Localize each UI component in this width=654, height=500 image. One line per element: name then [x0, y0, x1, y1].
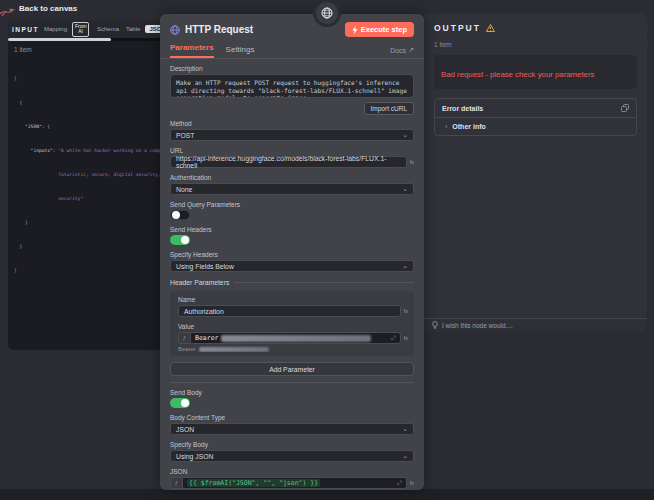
input-json-view: 1 item [ { "JSON": { "inputs": "A white …: [8, 41, 160, 296]
url-input[interactable]: https://api-inference.huggingface.co/mod…: [170, 156, 407, 168]
header-name-input[interactable]: Authorization: [178, 305, 401, 317]
authentication-select[interactable]: None ⌄: [170, 183, 414, 195]
input-json-code[interactable]: [ { "JSON": { "inputs": "A white hat hac…: [14, 59, 154, 291]
authentication-field: Authentication None ⌄: [170, 174, 414, 195]
send-headers-label: Send Headers: [170, 226, 414, 233]
execute-step-button[interactable]: Execute step: [345, 22, 414, 37]
tab-from-ai[interactable]: From AI: [72, 22, 89, 37]
chevron-down-icon: ⌄: [402, 186, 408, 192]
code-line: security": [14, 195, 154, 203]
tab-mapping[interactable]: Mapping: [42, 25, 69, 33]
specify-headers-field: Specify Headers Using Fields Below ⌄: [170, 251, 414, 272]
redacted-token-preview: [199, 347, 269, 352]
code-line: ]: [14, 267, 154, 275]
header-name-field: Name Authorization fx: [178, 296, 408, 317]
description-label: Description: [170, 65, 414, 72]
specify-headers-label: Specify Headers: [170, 251, 414, 258]
specify-body-select[interactable]: Using JSON ⌄: [170, 450, 414, 462]
specify-body-label: Specify Body: [170, 441, 414, 448]
chevron-right-icon: ›: [445, 123, 447, 130]
specify-headers-select[interactable]: Using Fields Below ⌄: [170, 260, 414, 272]
code-line: futuristic, secure, digital security, cy…: [14, 171, 154, 179]
authentication-label: Authentication: [170, 174, 414, 181]
node-tab-bar: Parameters Settings Docs ↗: [160, 41, 424, 59]
expression-toggle-icon[interactable]: fx: [410, 159, 414, 165]
canvas-bottom-edge: [0, 489, 654, 500]
expression-toggle-icon[interactable]: fx: [404, 335, 408, 341]
node-title: HTTP Request: [185, 24, 253, 35]
chevron-down-icon: ⌄: [402, 132, 408, 138]
header-value-field: Value ƒ Bearer ⤢ fx Bear: [178, 323, 408, 352]
json-label: JSON: [170, 468, 414, 475]
bolt-icon: [352, 26, 358, 34]
import-curl-button[interactable]: Import cURL: [364, 102, 414, 115]
expression-toggle-icon[interactable]: fx: [410, 480, 414, 486]
input-panel-header: INPUT Mapping From AI Schema Table JSON: [8, 20, 160, 38]
back-arrow-icon: ←: [8, 4, 16, 13]
json-body-field: JSON ƒ {{ $fromAI("JSON", "", "json") }}…: [170, 468, 414, 490]
tab-table[interactable]: Table: [124, 25, 142, 33]
error-details-card: Error details › Other info: [434, 98, 637, 136]
specify-body-field: Specify Body Using JSON ⌄: [170, 441, 414, 462]
back-to-canvas-link[interactable]: ← Back to canvas: [8, 4, 77, 13]
code-line: "JSON": {: [14, 123, 154, 131]
copy-icon[interactable]: [621, 104, 629, 112]
error-details-label: Error details: [442, 105, 483, 112]
send-query-field: Send Query Parameters: [170, 201, 414, 220]
value-resolved-preview: Bearer: [178, 346, 408, 352]
node-feedback-bar[interactable]: I wish this node would....: [424, 318, 647, 331]
back-to-canvas-label: Back to canvas: [19, 4, 77, 13]
chevron-down-icon: ⌄: [402, 263, 408, 269]
body-content-type-field: Body Content Type JSON ⌄: [170, 414, 414, 435]
send-body-field: Send Body: [170, 389, 414, 408]
globe-icon: [321, 7, 333, 19]
description-box[interactable]: Make an HTTP request POST request to hug…: [170, 74, 414, 98]
from-ai-expression: {{ $fromAI("JSON", "", "json") }}: [187, 479, 320, 487]
warning-icon: [486, 24, 495, 32]
code-line: }: [14, 243, 154, 251]
send-headers-toggle[interactable]: [170, 235, 190, 245]
docs-link[interactable]: Docs ↗: [390, 46, 414, 58]
output-items-count: 1 item: [434, 41, 637, 48]
node-parameters-body: Description Make an HTTP request POST re…: [160, 59, 424, 490]
url-field: URL https://api-inference.huggingface.co…: [170, 147, 414, 168]
method-select[interactable]: POST ⌄: [170, 129, 414, 141]
body-content-type-label: Body Content Type: [170, 414, 414, 421]
expression-toggle-icon[interactable]: fx: [404, 308, 408, 314]
expand-expression-icon[interactable]: ⤢: [391, 334, 396, 342]
expression-prefix-icon: ƒ: [170, 477, 182, 489]
send-query-label: Send Query Parameters: [170, 201, 414, 208]
tab-schema[interactable]: Schema: [95, 25, 121, 33]
method-field: Method POST ⌄: [170, 120, 414, 141]
name-label: Name: [178, 296, 408, 303]
input-panel-title: INPUT: [12, 26, 39, 33]
header-parameters-section: Header Parameters: [170, 279, 414, 286]
send-query-toggle[interactable]: [170, 210, 190, 220]
header-parameters-label: Header Parameters: [170, 279, 229, 286]
add-parameter-button[interactable]: Add Parameter: [170, 362, 414, 376]
chevron-down-icon: ⌄: [402, 426, 408, 432]
expand-expression-icon[interactable]: ⤢: [397, 479, 402, 487]
tab-parameters[interactable]: Parameters: [170, 43, 214, 58]
n8n-node-detail-view: ← Back to canvas × ≡ INPUT Mapping From …: [0, 0, 654, 500]
other-info-label: Other info: [452, 123, 485, 130]
body-content-type-select[interactable]: JSON ⌄: [170, 423, 414, 435]
code-line: {: [14, 99, 154, 107]
other-info-row[interactable]: › Other info: [435, 118, 636, 135]
header-value-expression-input[interactable]: ƒ Bearer ⤢: [178, 332, 401, 344]
code-line: }: [14, 219, 154, 227]
send-body-toggle[interactable]: [170, 398, 190, 408]
code-line: [: [14, 75, 154, 83]
expression-prefix-icon: ƒ: [178, 332, 190, 344]
code-line: "inputs": "A white hat hacker working on…: [14, 147, 154, 155]
wish-text: I wish this node would....: [442, 322, 513, 329]
bearer-text: Bearer: [195, 334, 218, 342]
tab-json[interactable]: JSON: [145, 25, 160, 33]
error-message-box: Bad request - please check your paramete…: [434, 55, 637, 89]
tab-settings[interactable]: Settings: [226, 45, 255, 58]
json-expression-input[interactable]: ƒ {{ $fromAI("JSON", "", "json") }} ⤢: [170, 477, 407, 489]
send-body-label: Send Body: [170, 389, 414, 396]
input-panel: INPUT Mapping From AI Schema Table JSON …: [8, 20, 160, 350]
output-panel-title: OUTPUT: [434, 23, 481, 33]
node-badge: [316, 2, 338, 24]
